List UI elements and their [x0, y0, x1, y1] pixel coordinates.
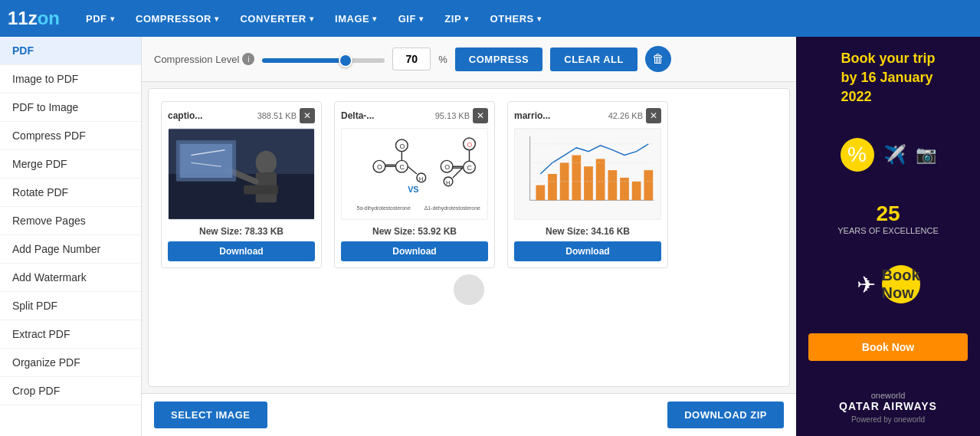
nav-item-image[interactable]: IMAGE ▾ — [324, 0, 388, 37]
file-size-1: 388.51 KB — [257, 111, 297, 120]
svg-text:Δ1-dehydrotestosterone: Δ1-dehydrotestosterone — [424, 205, 480, 211]
sidebar-item-merge-pdf[interactable]: Merge PDF — [0, 150, 141, 179]
file-new-size-2: New Size: 53.92 KB — [341, 226, 488, 237]
svg-text:VS: VS — [408, 185, 418, 194]
nav-item-compressor[interactable]: COMPRESSOR ▾ — [125, 0, 229, 37]
clear-all-button[interactable]: CLEAR ALL — [550, 48, 637, 71]
ad-icons: % ✈️ 📷 — [841, 138, 936, 172]
nav-item-pdf[interactable]: PDF ▾ — [75, 0, 125, 37]
sidebar-item-rotate-pdf[interactable]: Rotate PDF — [0, 179, 141, 207]
ad-disclaimer: Powered by oneworld — [839, 415, 937, 424]
sidebar-item-pdf-to-image[interactable]: PDF to Image — [0, 93, 141, 122]
file-close-2[interactable]: ✕ — [473, 108, 488, 123]
file-close-1[interactable]: ✕ — [300, 108, 315, 123]
svg-rect-46 — [596, 159, 605, 200]
ad-years-section: 25 YEARS OF EXCELLENCE — [837, 202, 938, 235]
svg-text:H: H — [446, 179, 451, 186]
oneworld-label: oneworld — [839, 391, 937, 400]
file-info-1: New Size: 78.33 KB Download — [168, 226, 315, 261]
content-wrapper: Compression Level i 70 % COMPRESS CLEAR … — [142, 37, 796, 436]
airline-label: QATAR AIRWAYS — [839, 400, 937, 412]
chevron-down-icon: ▾ — [110, 15, 115, 23]
svg-rect-42 — [548, 174, 557, 200]
nav-item-zip[interactable]: ZIP ▾ — [434, 0, 479, 37]
plane-icon: ✈️ — [883, 144, 906, 166]
sidebar-item-compress-pdf[interactable]: Compress PDF — [0, 122, 141, 150]
sidebar-item-remove-pages[interactable]: Remove Pages — [0, 207, 141, 235]
download-button-3[interactable]: Download — [514, 241, 661, 261]
select-image-button[interactable]: SELECT IMAGE — [154, 402, 267, 428]
sidebar-item-add-page-number[interactable]: Add Page Number — [0, 235, 141, 264]
compression-level-label: Compression Level i — [154, 53, 254, 65]
sidebar-item-organize-pdf[interactable]: Organize PDF — [0, 349, 141, 377]
file-card-header-1: captio... 388.51 KB ✕ — [168, 108, 315, 123]
logo-text: 11zon — [8, 8, 60, 29]
svg-rect-47 — [608, 170, 617, 200]
percent-sign: % — [438, 54, 447, 65]
files-area: captio... 388.51 KB ✕ — [148, 88, 790, 387]
thumb-image-3 — [515, 128, 660, 220]
sidebar-item-add-watermark[interactable]: Add Watermark — [0, 264, 141, 292]
ad-years: 25 — [837, 202, 938, 226]
sidebar-item-pdf[interactable]: PDF — [0, 37, 141, 65]
book-now-badge: Book Now — [882, 265, 920, 303]
bottom-bar: SELECT IMAGE DOWNLOAD ZIP — [142, 393, 796, 436]
book-now-button[interactable]: Book Now — [808, 333, 968, 361]
chevron-down-icon: ▾ — [310, 15, 314, 23]
chevron-down-icon: ▾ — [464, 15, 469, 23]
ad-footer: oneworld QATAR AIRWAYS Powered by onewor… — [839, 391, 937, 424]
svg-rect-4 — [244, 185, 278, 195]
file-card-header-3: marrio... 42.26 KB ✕ — [514, 108, 661, 123]
airplane-icon: ✈ — [857, 271, 876, 298]
top-navigation: 11zon PDF ▾ COMPRESSOR ▾ CONVERTER ▾ IMA… — [0, 0, 980, 37]
trash-icon: 🗑 — [652, 52, 664, 66]
file-info-3: New Size: 34.16 KB Download — [514, 226, 661, 261]
svg-text:O: O — [377, 163, 382, 171]
svg-rect-7 — [180, 144, 233, 178]
sidebar-item-image-to-pdf[interactable]: Image to PDF — [0, 65, 141, 93]
file-new-size-1: New Size: 78.33 KB — [168, 226, 315, 237]
file-name-2: Delta-... — [341, 110, 431, 121]
file-name-1: captio... — [168, 110, 253, 121]
logo[interactable]: 11zon — [8, 8, 60, 29]
chevron-down-icon: ▾ — [215, 15, 219, 23]
thumb-image-2: O C O H VS — [342, 128, 487, 220]
file-size-3: 42.26 KB — [608, 111, 643, 120]
file-card-2: Delta-... 95.13 KB ✕ O — [334, 101, 495, 268]
download-button-1[interactable]: Download — [168, 241, 315, 261]
scroll-circle — [454, 274, 484, 305]
sidebar-item-extract-pdf[interactable]: Extract PDF — [0, 320, 141, 349]
file-card-3: marrio... 42.26 KB ✕ — [507, 101, 668, 268]
sidebar-item-crop-pdf[interactable]: Crop PDF — [0, 377, 141, 405]
nav-item-converter[interactable]: CONVERTER ▾ — [229, 0, 324, 37]
download-zip-button[interactable]: DOWNLOAD ZIP — [667, 402, 784, 428]
ad-years-text: YEARS OF EXCELLENCE — [837, 226, 938, 235]
download-button-2[interactable]: Download — [341, 241, 488, 261]
compression-slider-container — [262, 53, 385, 65]
svg-rect-50 — [644, 170, 653, 200]
delete-all-button[interactable]: 🗑 — [645, 46, 671, 72]
compress-button[interactable]: COMPRESS — [455, 48, 542, 71]
sidebar: PDF Image to PDF PDF to Image Compress P… — [0, 37, 142, 436]
svg-text:O: O — [467, 141, 473, 149]
file-info-2: New Size: 53.92 KB Download — [341, 226, 488, 261]
ad-header: Book your trip by 16 January 2022 — [841, 49, 935, 107]
chevron-down-icon: ▾ — [372, 15, 377, 23]
toolbar: Compression Level i 70 % COMPRESS CLEAR … — [142, 37, 796, 82]
svg-text:5α-dihydrotestosterone: 5α-dihydrotestosterone — [357, 205, 411, 211]
svg-text:O: O — [444, 163, 450, 171]
compression-slider[interactable] — [262, 58, 385, 63]
scroll-indicator — [161, 268, 777, 311]
nav-item-others[interactable]: OTHERS ▾ — [480, 0, 552, 37]
svg-rect-44 — [572, 156, 581, 201]
file-close-3[interactable]: ✕ — [646, 108, 661, 123]
nav-item-gif[interactable]: GIF ▾ — [388, 0, 434, 37]
svg-rect-49 — [632, 182, 641, 200]
file-thumb-1 — [168, 128, 315, 220]
chevron-down-icon: ▾ — [419, 15, 424, 23]
compression-value-input[interactable]: 70 — [392, 48, 431, 70]
sidebar-item-split-pdf[interactable]: Split PDF — [0, 292, 141, 320]
main-layout: PDF Image to PDF PDF to Image Compress P… — [0, 37, 980, 436]
nav-menu: PDF ▾ COMPRESSOR ▾ CONVERTER ▾ IMAGE ▾ G… — [75, 0, 552, 37]
info-icon[interactable]: i — [242, 53, 254, 65]
